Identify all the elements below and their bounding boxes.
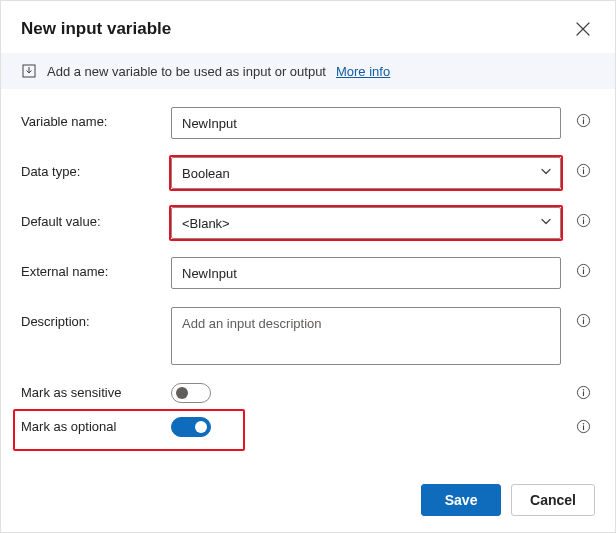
close-button[interactable] — [569, 15, 597, 43]
svg-point-20 — [582, 423, 584, 425]
info-banner: Add a new variable to be used as input o… — [1, 53, 615, 89]
data-type-select[interactable]: Boolean — [171, 157, 561, 189]
dialog-header: New input variable — [1, 1, 615, 53]
svg-rect-18 — [582, 391, 583, 396]
row-description: Description: — [21, 307, 595, 365]
chevron-down-icon — [540, 166, 552, 181]
row-mark-optional: Mark as optional — [21, 417, 595, 437]
row-default-value: Default value: <Blank> — [21, 207, 595, 239]
info-icon[interactable] — [576, 313, 591, 328]
svg-rect-21 — [582, 425, 583, 430]
more-info-link[interactable]: More info — [336, 64, 390, 79]
label-variable-name: Variable name: — [21, 107, 161, 129]
info-icon[interactable] — [576, 385, 591, 400]
mark-optional-toggle[interactable] — [171, 417, 211, 437]
mark-sensitive-toggle[interactable] — [171, 383, 211, 403]
info-icon[interactable] — [576, 213, 591, 228]
dialog-footer: Save Cancel — [1, 472, 615, 532]
svg-point-8 — [582, 217, 584, 219]
toggle-knob — [195, 421, 207, 433]
svg-rect-15 — [582, 319, 583, 324]
svg-rect-3 — [582, 119, 583, 124]
info-banner-text: Add a new variable to be used as input o… — [47, 64, 326, 79]
svg-point-11 — [582, 267, 584, 269]
svg-rect-9 — [582, 219, 583, 224]
svg-point-5 — [582, 167, 584, 169]
external-name-input[interactable] — [171, 257, 561, 289]
row-data-type: Data type: Boolean — [21, 157, 595, 189]
data-type-value: Boolean — [182, 166, 230, 181]
chevron-down-icon — [540, 216, 552, 231]
cancel-button[interactable]: Cancel — [511, 484, 595, 516]
row-external-name: External name: — [21, 257, 595, 289]
svg-point-17 — [582, 389, 584, 391]
label-mark-sensitive: Mark as sensitive — [21, 383, 161, 400]
variable-name-input[interactable] — [171, 107, 561, 139]
info-icon[interactable] — [576, 419, 591, 434]
dialog-title: New input variable — [21, 19, 171, 39]
svg-point-2 — [582, 117, 584, 119]
svg-point-14 — [582, 317, 584, 319]
info-icon[interactable] — [576, 263, 591, 278]
label-description: Description: — [21, 307, 161, 329]
svg-rect-12 — [582, 269, 583, 274]
new-input-variable-dialog: New input variable Add a new variable to… — [0, 0, 616, 533]
label-external-name: External name: — [21, 257, 161, 279]
info-icon[interactable] — [576, 113, 591, 128]
close-icon — [576, 22, 590, 36]
row-variable-name: Variable name: — [21, 107, 595, 139]
label-default-value: Default value: — [21, 207, 161, 229]
download-icon — [21, 63, 37, 79]
default-value-value: <Blank> — [182, 216, 230, 231]
svg-rect-6 — [582, 169, 583, 174]
label-mark-optional: Mark as optional — [21, 417, 161, 434]
save-button[interactable]: Save — [421, 484, 501, 516]
row-mark-sensitive: Mark as sensitive — [21, 383, 595, 403]
info-icon[interactable] — [576, 163, 591, 178]
description-textarea[interactable] — [171, 307, 561, 365]
toggle-knob — [176, 387, 188, 399]
default-value-select[interactable]: <Blank> — [171, 207, 561, 239]
label-data-type: Data type: — [21, 157, 161, 179]
form: Variable name: Data type: Boolean — [1, 89, 615, 472]
